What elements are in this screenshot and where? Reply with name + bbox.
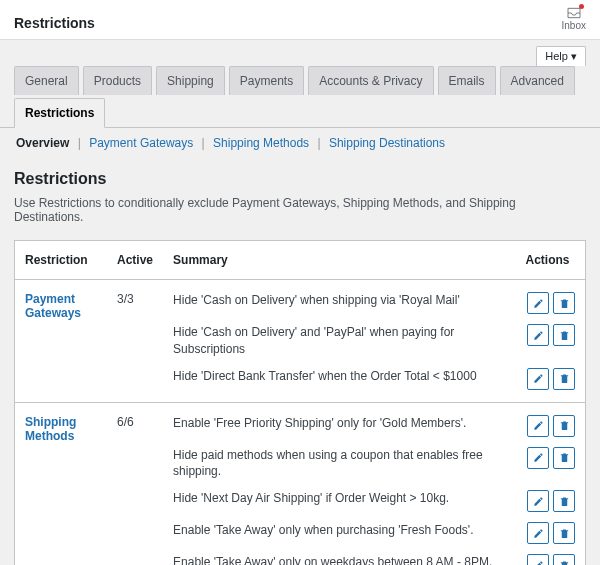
col-restriction: Restriction (15, 241, 108, 280)
table-row: Shipping Methods6/6Enable 'Free Priority… (15, 402, 586, 565)
tab-payments[interactable]: Payments (229, 66, 304, 95)
pencil-icon (533, 373, 544, 384)
edit-button[interactable] (527, 522, 549, 544)
topbar: Restrictions Inbox (0, 0, 600, 40)
tab-general[interactable]: General (14, 66, 79, 95)
inbox-button[interactable]: Inbox (562, 6, 586, 31)
trash-icon (559, 528, 570, 539)
tab-emails[interactable]: Emails (438, 66, 496, 95)
summary-row: Hide 'Cash on Delivery' when shipping vi… (173, 292, 575, 314)
summary-row: Hide 'Next Day Air Shipping' if Order We… (173, 490, 575, 512)
trash-icon (559, 496, 570, 507)
edit-button[interactable] (527, 368, 549, 390)
nav-tabs: GeneralProductsShippingPaymentsAccounts … (0, 66, 600, 128)
notification-dot-icon (579, 4, 584, 9)
table-row: Payment Gateways3/3Hide 'Cash on Deliver… (15, 280, 586, 403)
trash-icon (559, 330, 570, 341)
delete-button[interactable] (553, 368, 575, 390)
tab-advanced[interactable]: Advanced (500, 66, 575, 95)
summary-row: Enable 'Free Priority Shipping' only for… (173, 415, 575, 437)
trash-icon (559, 298, 570, 309)
delete-button[interactable] (553, 490, 575, 512)
active-count: 6/6 (107, 402, 163, 565)
subtab-overview[interactable]: Overview (14, 136, 71, 150)
restrictions-table: Restriction Active Summary Actions Payme… (14, 240, 586, 565)
pencil-icon (533, 560, 544, 565)
section-title: Restrictions (14, 170, 586, 188)
delete-button[interactable] (553, 324, 575, 346)
summary-row: Hide paid methods when using a coupon th… (173, 447, 575, 481)
subtab-payment-gateways[interactable]: Payment Gateways (87, 136, 195, 150)
subtab-shipping-methods[interactable]: Shipping Methods (211, 136, 311, 150)
page-title: Restrictions (14, 15, 95, 31)
tab-products[interactable]: Products (83, 66, 152, 95)
edit-button[interactable] (527, 447, 549, 469)
delete-button[interactable] (553, 554, 575, 565)
summary-text: Hide paid methods when using a coupon th… (173, 447, 515, 481)
trash-icon (559, 452, 570, 463)
tab-restrictions[interactable]: Restrictions (14, 98, 105, 128)
edit-button[interactable] (527, 292, 549, 314)
summary-row: Hide 'Cash on Delivery' and 'PayPal' whe… (173, 324, 575, 358)
trash-icon (559, 420, 570, 431)
pencil-icon (533, 330, 544, 341)
summary-row: Hide 'Direct Bank Transfer' when the Ord… (173, 368, 575, 390)
pencil-icon (533, 528, 544, 539)
summary-text: Hide 'Cash on Delivery' when shipping vi… (173, 292, 515, 309)
tab-shipping[interactable]: Shipping (156, 66, 225, 95)
summary-row: Enable 'Take Away' only on weekdays betw… (173, 554, 575, 565)
edit-button[interactable] (527, 324, 549, 346)
summary-text: Hide 'Next Day Air Shipping' if Order We… (173, 490, 515, 507)
edit-button[interactable] (527, 415, 549, 437)
delete-button[interactable] (553, 292, 575, 314)
sub-tabs: Overview | Payment Gateways | Shipping M… (0, 128, 600, 150)
summary-text: Hide 'Direct Bank Transfer' when the Ord… (173, 368, 515, 385)
edit-button[interactable] (527, 490, 549, 512)
pencil-icon (533, 496, 544, 507)
delete-button[interactable] (553, 522, 575, 544)
restriction-link[interactable]: Payment Gateways (25, 292, 81, 320)
tab-accounts-privacy[interactable]: Accounts & Privacy (308, 66, 433, 95)
help-row: Help ▾ (0, 40, 600, 66)
summary-text: Enable 'Take Away' only when purchasing … (173, 522, 515, 539)
col-actions: Actions (516, 241, 586, 280)
edit-button[interactable] (527, 554, 549, 565)
pencil-icon (533, 298, 544, 309)
delete-button[interactable] (553, 447, 575, 469)
summary-text: Enable 'Take Away' only on weekdays betw… (173, 554, 515, 565)
trash-icon (559, 373, 570, 384)
delete-button[interactable] (553, 415, 575, 437)
restriction-link[interactable]: Shipping Methods (25, 415, 76, 443)
summary-text: Hide 'Cash on Delivery' and 'PayPal' whe… (173, 324, 515, 358)
section: Restrictions Use Restrictions to conditi… (0, 150, 600, 565)
col-active: Active (107, 241, 163, 280)
inbox-label: Inbox (562, 20, 586, 31)
active-count: 3/3 (107, 280, 163, 403)
pencil-icon (533, 452, 544, 463)
col-summary: Summary (163, 241, 515, 280)
section-desc: Use Restrictions to conditionally exclud… (14, 196, 586, 224)
help-button[interactable]: Help ▾ (536, 46, 586, 66)
summary-text: Enable 'Free Priority Shipping' only for… (173, 415, 515, 432)
summary-row: Enable 'Take Away' only when purchasing … (173, 522, 575, 544)
trash-icon (559, 560, 570, 565)
subtab-shipping-destinations[interactable]: Shipping Destinations (327, 136, 447, 150)
pencil-icon (533, 420, 544, 431)
